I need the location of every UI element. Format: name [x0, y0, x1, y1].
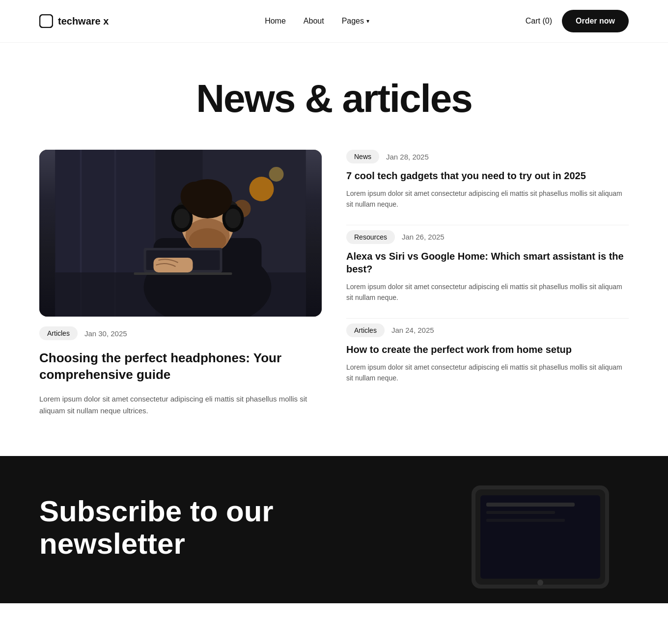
article-card[interactable]: News Jan 28, 2025 7 cool tech gadgets th…: [346, 150, 629, 225]
svg-point-32: [537, 580, 543, 586]
featured-article-excerpt: Lorem ipsum dolor sit amet consectetur a…: [39, 393, 322, 417]
nav-home[interactable]: Home: [265, 17, 286, 26]
svg-point-20: [181, 182, 210, 211]
logo-icon: [39, 14, 53, 28]
order-now-button[interactable]: Order now: [562, 10, 629, 32]
cart-link[interactable]: Cart (0): [526, 17, 552, 26]
main-content: Articles Jan 30, 2025 Choosing the perfe…: [0, 150, 668, 456]
tablet-illustration: [442, 471, 629, 603]
article-date-1: Jan 26, 2025: [402, 233, 445, 241]
newsletter-title: Subscribe to our newsletter: [39, 495, 285, 560]
featured-image: [39, 150, 322, 317]
svg-rect-0: [40, 15, 53, 27]
svg-rect-30: [486, 511, 555, 514]
featured-article-title[interactable]: Choosing the perfect headphones: Your co…: [39, 350, 322, 383]
header: techware x Home About Pages ▾ Cart (0) O…: [0, 0, 668, 43]
svg-point-5: [269, 167, 284, 182]
tablet-svg: [442, 471, 639, 603]
nav-pages[interactable]: Pages ▾: [342, 17, 369, 26]
featured-article-tag[interactable]: Articles: [39, 326, 78, 340]
page-title-section: News & articles: [0, 43, 668, 150]
featured-article-date: Jan 30, 2025: [84, 329, 127, 338]
article-card[interactable]: Articles Jan 24, 2025 How to create the …: [346, 323, 629, 399]
article-meta-2: Articles Jan 24, 2025: [346, 323, 629, 337]
main-nav: Home About Pages ▾: [265, 17, 369, 26]
svg-point-16: [174, 209, 190, 228]
logo[interactable]: techware x: [39, 14, 109, 28]
svg-rect-31: [486, 519, 565, 522]
article-title-1[interactable]: Alexa vs Siri vs Google Home: Which smar…: [346, 250, 629, 275]
newsletter-section: Subscribe to our newsletter: [0, 456, 668, 603]
featured-article[interactable]: Articles Jan 30, 2025 Choosing the perfe…: [39, 150, 322, 417]
svg-point-18: [225, 209, 241, 228]
featured-image-inner: [39, 150, 322, 317]
article-tag-0[interactable]: News: [346, 150, 379, 163]
article-title-2[interactable]: How to create the perfect work from home…: [346, 343, 629, 356]
chevron-down-icon: ▾: [366, 18, 369, 25]
article-date-2: Jan 24, 2025: [391, 326, 434, 334]
page-title: News & articles: [39, 77, 629, 120]
article-excerpt-1: Lorem ipsum dolor sit amet consectetur a…: [346, 281, 629, 303]
article-excerpt-0: Lorem ipsum dolor sit amet consectetur a…: [346, 188, 629, 210]
nav-about[interactable]: About: [304, 17, 324, 26]
article-tag-1[interactable]: Resources: [346, 230, 395, 244]
article-card[interactable]: Resources Jan 26, 2025 Alexa vs Siri vs …: [346, 230, 629, 319]
articles-list: News Jan 28, 2025 7 cool tech gadgets th…: [346, 150, 629, 417]
article-meta-1: Resources Jan 26, 2025: [346, 230, 629, 244]
svg-point-4: [250, 177, 274, 201]
featured-article-meta: Articles Jan 30, 2025: [39, 326, 322, 340]
article-date-0: Jan 28, 2025: [386, 153, 429, 161]
svg-rect-28: [480, 495, 600, 579]
article-title-0[interactable]: 7 cool tech gadgets that you need to try…: [346, 169, 629, 182]
logo-text: techware x: [58, 16, 109, 27]
svg-rect-29: [486, 503, 575, 507]
article-meta-0: News Jan 28, 2025: [346, 150, 629, 163]
article-tag-2[interactable]: Articles: [346, 323, 385, 337]
header-actions: Cart (0) Order now: [526, 10, 629, 32]
article-excerpt-2: Lorem ipsum dolor sit amet consectetur a…: [346, 362, 629, 384]
article-image-svg: [39, 150, 322, 317]
svg-rect-22: [134, 272, 232, 275]
